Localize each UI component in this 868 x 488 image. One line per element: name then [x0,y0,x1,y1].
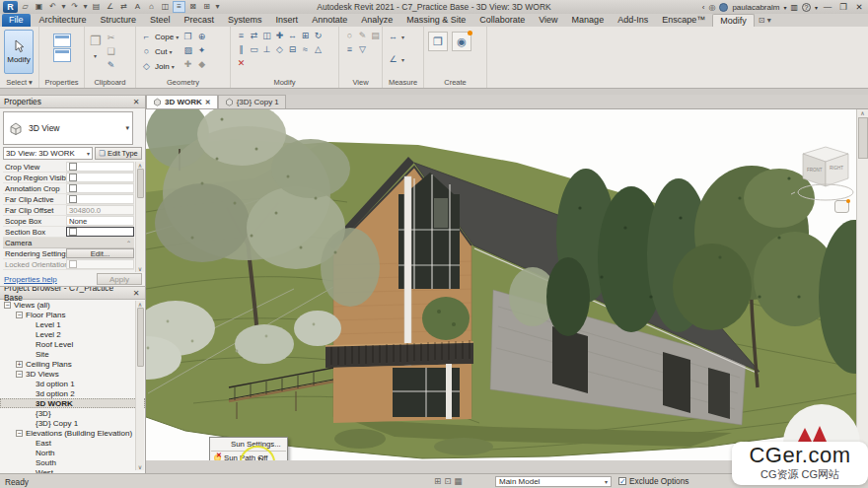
tree-item-3d-default[interactable]: {3D} [0,408,145,418]
signed-in-user[interactable]: paulacabralm [732,3,779,12]
cope-button[interactable]: ⌐Cope▾ [140,30,179,43]
mirror-icon[interactable]: ◫ [260,30,273,42]
tree-item-3d-option-2[interactable]: 3d option 2 [0,388,145,398]
view-selector-combo[interactable]: 3D View: 3D WORK▾ [3,147,93,160]
join-button[interactable]: ◇Join▾ [140,59,179,73]
tab-collaborate[interactable]: Collaborate [472,14,532,27]
delete-icon[interactable]: ✕ [235,57,248,70]
tab-structure[interactable]: Structure [94,14,144,27]
match-type-icon[interactable]: ✎ [105,59,117,72]
close-hidden-windows-icon[interactable]: ⊠ [186,1,199,13]
qat-customize-icon[interactable]: ▾ [214,1,221,13]
tab-systems[interactable]: Systems [221,14,269,27]
edit-type-button[interactable]: ❏Edit Type [95,147,142,160]
tree-item-3d-copy-1[interactable]: {3D} Copy 1 [0,418,145,428]
modify-tool-button[interactable]: Modify [4,30,34,74]
tab-insert[interactable]: Insert [269,14,306,27]
cut-button[interactable]: ○Cut▾ [140,44,179,58]
measure-icon[interactable]: ∠ [104,1,116,13]
revit-logo-icon[interactable]: R [3,1,18,13]
thin-lines-toggle-icon[interactable]: ≡ [343,43,356,56]
prop-value[interactable] [66,183,134,193]
tree-item-roof-level[interactable]: Roof Level [0,339,145,349]
hide-elements-icon[interactable]: ○ [343,30,356,42]
default-3d-view-icon[interactable]: ⌂ [145,1,158,13]
rendering-settings-edit-button[interactable]: Edit... [66,248,134,258]
minimize-button[interactable]: — [822,2,833,12]
tree-item-east[interactable]: East [0,438,145,448]
toolbar-collapse-icon[interactable]: ‹ [702,3,705,12]
paint-icon[interactable]: ❐ [181,31,194,43]
mirror-draw-icon[interactable]: ✚ [273,30,286,42]
tree-item-north[interactable]: North [0,448,145,457]
properties-palette-icon[interactable] [53,34,71,47]
project-browser-close-icon[interactable]: ✕ [131,289,141,298]
undo-caret-icon[interactable]: ▾ [60,1,67,13]
navigation-wheel-icon[interactable] [834,200,849,213]
tab-view[interactable]: View [532,14,564,27]
expand-icon[interactable]: + [16,361,23,368]
open-icon[interactable]: ▱ [19,1,32,13]
worksets-icon[interactable]: ⊞ [434,476,441,486]
tab-massing-site[interactable]: Massing & Site [399,14,472,27]
paste-caret-icon[interactable]: ▾ [94,52,97,59]
print-icon[interactable]: ▤ [90,1,103,13]
apply-button[interactable]: Apply [97,273,142,285]
crop-view-checkbox[interactable] [69,163,77,171]
trim-icon[interactable]: ▭ [248,43,260,56]
extend-icon[interactable]: ↔ [286,30,299,42]
tab-modify[interactable]: Modify [712,14,755,27]
exclude-options-checkbox[interactable]: ✓ [618,477,626,485]
tab-precast[interactable]: Precast [178,14,222,27]
tab-file[interactable]: File [2,14,31,27]
prop-value[interactable] [66,162,134,172]
tab-enscape[interactable]: Enscape™ [655,14,712,27]
thin-lines-icon[interactable]: ≡ [173,1,185,13]
measure-length-button[interactable]: ↔▾ [387,30,404,43]
section-box-checkbox[interactable] [69,228,77,236]
aligned-dimension-icon[interactable]: ⇄ [117,1,130,13]
project-browser-header[interactable]: Project Browser - C7_Practice Base ✕ [0,287,145,300]
demolish-icon[interactable]: ✦ [195,44,208,57]
override-graphics-icon[interactable]: ✎ [356,30,369,42]
copy-icon[interactable]: ◇ [273,43,286,56]
collapse-icon[interactable]: − [16,430,23,437]
tab-add-ins[interactable]: Add-Ins [611,14,655,27]
view-tab-3d-work[interactable]: 3D WORK ✕ [146,95,218,108]
tree-item-ceiling-plans[interactable]: +Ceiling Plans [0,359,145,369]
model-viewport[interactable]: FRONT RIGHT ∧∨ 1 : 100 ▤ ◫ ☼ ◑ ▧ ▣ ◻ [146,108,868,460]
properties-close-icon[interactable]: ✕ [131,98,141,106]
split-face-icon[interactable]: ▨ [181,44,194,57]
tree-item-3d-work-current[interactable]: 3D WORK [0,398,145,408]
section-icon[interactable]: ◫ [159,1,172,13]
help-icon[interactable]: ? [802,3,811,12]
move-icon[interactable]: ⊥ [260,43,273,56]
close-button[interactable]: ✕ [853,2,865,12]
unjoin-icon[interactable]: ◆ [195,58,208,71]
prop-value[interactable] [66,194,134,204]
tab-analyze[interactable]: Analyze [354,14,399,27]
type-selector-caret-icon[interactable]: ▾ [125,124,129,132]
tree-item-floor-plans[interactable]: −Floor Plans [0,310,145,319]
browser-scrollbar[interactable]: ∧∨ [135,301,144,470]
align-icon[interactable]: ≡ [235,30,248,42]
rotate-icon[interactable]: ↻ [312,30,325,42]
create-similar-icon[interactable]: ◉ [452,32,471,51]
tree-item-south[interactable]: South [0,457,145,467]
properties-scrollbar[interactable]: ∧∨ [135,162,144,272]
collapse-icon[interactable]: − [16,312,23,318]
redo-icon[interactable]: ↷ [68,1,81,13]
3d-scene[interactable] [146,109,856,460]
cut-to-clipboard-icon[interactable]: ✂ [105,32,117,44]
tab-manage[interactable]: Manage [565,14,612,27]
user-avatar[interactable] [719,3,728,12]
help-caret-icon[interactable]: ▾ [815,4,818,11]
far-clip-offset-value[interactable]: 304800.0 [66,205,134,215]
search-icon[interactable]: ◎ [708,3,715,12]
tab-architecture[interactable]: Architecture [33,14,94,27]
annotation-crop-checkbox[interactable] [69,184,77,192]
properties-header[interactable]: Properties ✕ [0,96,145,108]
properties-help-link[interactable]: Properties help [4,275,57,284]
tab-annotate[interactable]: Annotate [305,14,354,27]
linework-icon[interactable]: ▤ [369,30,382,42]
